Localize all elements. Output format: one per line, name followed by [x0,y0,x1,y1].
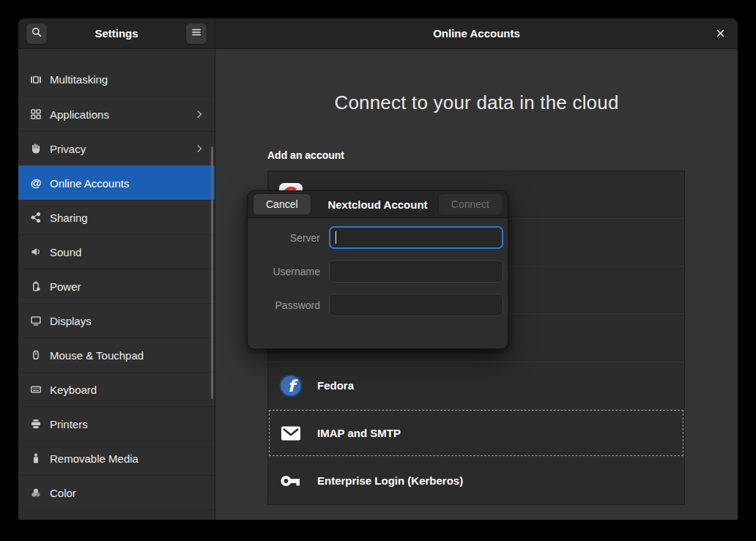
multitasking-icon [30,74,42,86]
server-field-label: Server [248,232,320,244]
sidebar-item-power[interactable]: Power [18,269,215,303]
server-field-row: Server [248,226,503,249]
text-cursor [336,231,336,244]
sidebar-item-online-accounts[interactable]: @ Online Accounts [18,165,215,200]
sidebar-item-removable-media[interactable]: Removable Media [18,441,215,475]
printers-icon [30,418,42,430]
power-icon [30,280,42,292]
close-icon [715,28,726,42]
search-button[interactable] [26,23,48,45]
keyboard-icon [30,384,42,395]
server-input[interactable] [329,226,503,249]
username-input[interactable] [329,260,503,283]
sidebar-item-mouse-touchpad[interactable]: Mouse & Touchpad [18,337,215,372]
close-window-button[interactable] [714,28,726,40]
privacy-icon [30,143,42,154]
applications-icon [30,108,42,120]
password-input[interactable] [329,294,503,316]
sidebar-item-keyboard[interactable]: Keyboard [18,372,215,406]
sidebar-item-privacy[interactable]: Privacy [18,131,215,165]
online-accounts-icon: @ [30,177,42,189]
account-row-imap-smtp[interactable]: IMAP and SMTP [268,409,684,457]
displays-icon [30,315,42,327]
sidebar-item-label: Keyboard [50,384,97,396]
main-titlebar: Online Accounts [215,18,738,49]
account-row-fedora[interactable]: f Fedora [268,362,684,409]
sidebar-item-sound[interactable]: Sound [18,234,215,269]
sidebar-item-label: Sharing [50,212,88,224]
email-icon [279,422,303,445]
hamburger-menu-icon [190,26,202,41]
connect-button[interactable]: Connect [438,193,503,215]
sharing-icon [30,212,42,223]
account-row-label: Fedora [317,379,354,392]
nextcloud-account-dialog: Nextcloud Account Cancel Connect Server … [247,190,508,349]
sidebar-item-label: Displays [50,315,92,327]
sidebar-item-multitasking[interactable]: Multitasking [18,62,215,97]
mouse-icon [30,349,42,361]
sidebar-item-label: Printers [50,418,88,430]
add-account-section-label: Add an account [267,149,344,161]
settings-window: Settings Online Accounts Multitasking [18,18,738,520]
sidebar-item-label: Color [50,487,76,499]
key-icon [279,469,303,493]
hamburger-menu-button[interactable] [185,23,207,45]
account-row-label: Enterprise Login (Kerberos) [317,474,463,487]
panel-heading: Connect to your data in the cloud [215,92,738,114]
dialog-headerbar: Nextcloud Account Cancel Connect [248,191,508,218]
sidebar-item-displays[interactable]: Displays [18,303,215,337]
sidebar-item-label: Multitasking [50,73,108,86]
color-icon [30,487,42,499]
search-icon [31,26,42,41]
sidebar-item-applications[interactable]: Applications [18,97,215,131]
chevron-right-icon [194,109,204,119]
sound-icon [30,246,42,258]
chevron-right-icon [194,143,204,154]
sidebar-item-color[interactable]: Color [18,475,215,510]
sidebar-scrollbar[interactable] [211,146,213,399]
password-field-label: Password [248,299,320,311]
password-field-row: Password [248,294,503,316]
username-field-label: Username [248,266,320,277]
page-title: Online Accounts [215,27,738,40]
sidebar-item-label: Power [50,280,81,293]
sidebar-titlebar: Settings [18,18,215,49]
account-row-label: IMAP and SMTP [317,427,401,439]
username-field-row: Username [248,260,503,283]
sidebar-item-label: Privacy [50,143,86,155]
account-row-enterprise-login[interactable]: Enterprise Login (Kerberos) [268,457,684,504]
sidebar-item-sharing[interactable]: Sharing [18,200,215,234]
fedora-logo: f [279,374,303,398]
sidebar-item-printers[interactable]: Printers [18,406,215,441]
sidebar-item-label: Removable Media [50,452,138,465]
sidebar-item-label: Online Accounts [50,177,129,190]
removable-media-icon [30,452,42,464]
sidebar: Multitasking Applications Privacy @ Onli… [18,50,215,520]
sidebar-item-label: Mouse & Touchpad [50,349,144,362]
cancel-button[interactable]: Cancel [253,193,311,215]
sidebar-item-label: Sound [50,246,81,258]
sidebar-item-label: Applications [50,108,109,121]
sidebar-item-clipped [18,510,215,520]
